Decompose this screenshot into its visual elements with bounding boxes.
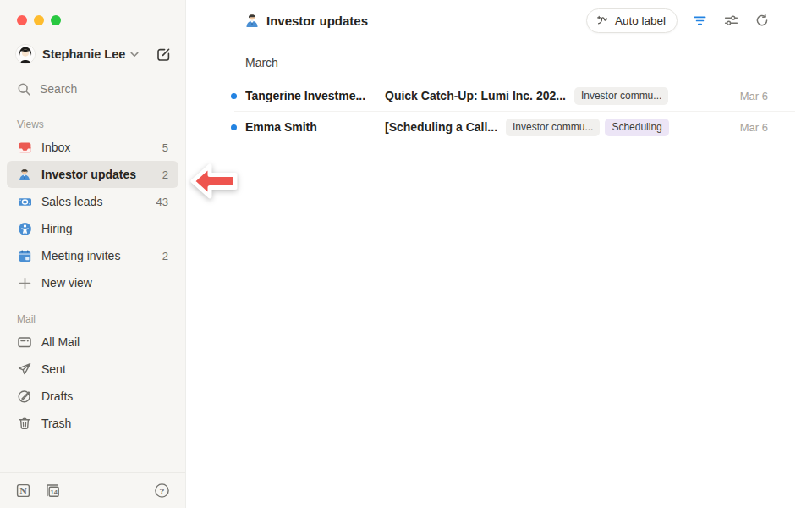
email-date: Mar 6 (730, 121, 768, 134)
search-placeholder: Search (40, 82, 77, 96)
sidebar-item-label: Drafts (41, 389, 168, 403)
sidebar-item-count: 5 (162, 141, 168, 154)
sidebar-item-sales-leads[interactable]: Sales leads 43 (7, 188, 178, 215)
sidebar-item-inbox[interactable]: Inbox 5 (7, 134, 178, 161)
notion-logo-icon[interactable]: N (15, 483, 31, 499)
compose-icon[interactable] (156, 47, 172, 63)
inbox-icon (17, 140, 32, 155)
email-row[interactable]: Tangerine Investme... Quick Catch-Up: Lu… (186, 80, 812, 111)
sidebar-item-trash[interactable]: Trash (7, 410, 178, 437)
sidebar-footer: N 14 ? (0, 472, 185, 508)
email-row[interactable]: Emma Smith [Scheduling a Call... Investo… (186, 112, 812, 142)
sidebar-item-label: Trash (41, 417, 168, 430)
hiring-person-icon (17, 221, 32, 236)
avatar (15, 44, 36, 64)
minimize-window-button[interactable] (34, 15, 44, 25)
sent-icon (17, 362, 32, 377)
email-sender: Emma Smith (245, 120, 372, 134)
sidebar-item-label: Inbox (41, 141, 153, 154)
sidebar-item-count: 2 (162, 168, 168, 181)
view-header: Investor updates Auto label (186, 0, 812, 41)
account-name: Stephanie Lee (42, 47, 125, 61)
email-subject: Quick Catch-Up: Lumi Inc. 202... (385, 89, 566, 102)
svg-text:?: ? (160, 486, 165, 495)
sidebar-item-hiring[interactable]: Hiring (7, 215, 178, 242)
header-actions: Auto label (586, 8, 771, 33)
label-tag[interactable]: Investor commu... (574, 87, 668, 105)
help-icon[interactable]: ? (154, 483, 170, 499)
email-tags: Investor commu... (574, 87, 668, 105)
label-tag[interactable]: Investor commu... (506, 119, 600, 136)
views-section-label: Views (17, 119, 185, 130)
sidebar-item-label: Hiring (41, 222, 159, 235)
sidebar: Stephanie Lee Search Views (0, 0, 186, 508)
money-bill-icon (17, 194, 32, 209)
sidebar-item-meeting-invites[interactable]: Meeting invites 2 (7, 242, 178, 269)
calendar-app-icon[interactable]: 14 (45, 483, 61, 499)
sparkle-wand-icon (595, 14, 609, 27)
window-controls (0, 0, 185, 25)
sidebar-item-label: All Mail (41, 335, 168, 349)
sidebar-item-new-view[interactable]: New view (7, 269, 178, 296)
sidebar-item-label: Sales leads (41, 195, 147, 208)
email-tags: Investor commu... Scheduling (506, 119, 669, 136)
sidebar-item-label: Meeting invites (41, 249, 153, 262)
zoom-window-button[interactable] (51, 15, 61, 25)
close-window-button[interactable] (17, 15, 27, 25)
sidebar-item-all-mail[interactable]: All Mail (7, 329, 178, 356)
all-mail-icon (17, 334, 32, 350)
calendar-icon (17, 248, 32, 263)
auto-label-button-label: Auto label (615, 14, 666, 27)
account-switcher[interactable]: Stephanie Lee (15, 42, 172, 66)
investor-person-icon (17, 167, 32, 182)
email-date: Mar 6 (730, 90, 768, 102)
sidebar-item-count: 43 (156, 196, 168, 208)
sidebar-item-label: Sent (41, 362, 168, 376)
unread-dot (231, 93, 237, 99)
trash-icon (17, 416, 32, 431)
sidebar-item-label: Investor updates (41, 168, 153, 181)
search-input[interactable]: Search (17, 78, 172, 100)
sidebar-item-sent[interactable]: Sent (7, 356, 178, 383)
plus-icon (17, 275, 32, 290)
refresh-icon[interactable] (753, 11, 771, 30)
sliders-icon[interactable] (721, 11, 740, 30)
chevron-down-icon (130, 52, 139, 58)
svg-text:14: 14 (51, 489, 58, 496)
auto-label-button[interactable]: Auto label (586, 8, 678, 33)
label-tag[interactable]: Scheduling (605, 119, 668, 136)
drafts-icon (17, 389, 32, 404)
email-sender: Tangerine Investme... (245, 89, 372, 102)
investor-person-icon (244, 13, 260, 28)
email-subject: [Scheduling a Call... (385, 120, 497, 134)
search-icon (17, 82, 31, 97)
sidebar-item-investor-updates[interactable]: Investor updates 2 (7, 161, 178, 188)
svg-text:N: N (19, 486, 27, 495)
unread-dot (231, 124, 237, 130)
mail-section-label: Mail (17, 313, 185, 325)
list-section-label: March (186, 41, 812, 80)
page-title: Investor updates (266, 14, 368, 28)
main-pane: Investor updates Auto label (186, 0, 812, 508)
filter-icon[interactable] (690, 11, 709, 30)
sidebar-item-drafts[interactable]: Drafts (7, 383, 178, 410)
sidebar-item-label: New view (41, 276, 168, 290)
sidebar-item-count: 2 (162, 250, 168, 262)
